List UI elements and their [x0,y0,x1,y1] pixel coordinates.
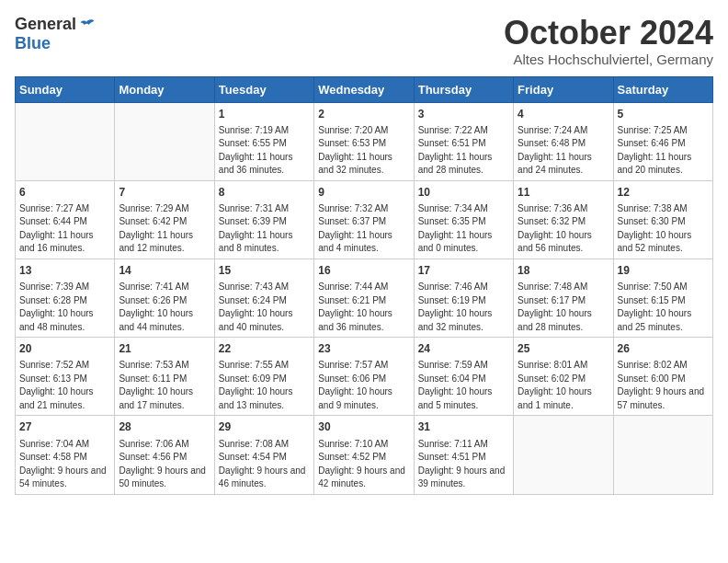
day-info: Sunrise: 7:53 AMSunset: 6:11 PMDaylight:… [119,360,193,410]
day-number: 16 [318,263,409,278]
day-info: Sunrise: 7:25 AMSunset: 6:46 PMDaylight:… [618,125,692,176]
day-cell: 19Sunrise: 7:50 AMSunset: 6:15 PMDayligh… [613,259,712,337]
col-sunday: Sunday [16,76,115,102]
subtitle: Altes Hochschulviertel, Germany [504,52,713,67]
day-info: Sunrise: 7:46 AMSunset: 6:19 PMDaylight:… [418,282,493,332]
day-info: Sunrise: 7:19 AMSunset: 6:55 PMDaylight:… [219,125,293,176]
day-number: 5 [618,107,709,121]
day-cell [16,102,115,180]
week-row-1: 1Sunrise: 7:19 AMSunset: 6:55 PMDaylight… [16,102,713,180]
day-cell: 17Sunrise: 7:46 AMSunset: 6:19 PMDayligh… [414,259,513,337]
day-info: Sunrise: 7:27 AMSunset: 6:44 PMDaylight:… [19,203,94,254]
day-cell [514,416,613,494]
day-number: 23 [318,341,409,356]
day-number: 20 [19,341,110,356]
day-info: Sunrise: 7:52 AMSunset: 6:13 PMDaylight:… [19,360,94,410]
day-info: Sunrise: 7:20 AMSunset: 6:53 PMDaylight:… [318,125,392,176]
day-cell: 24Sunrise: 7:59 AMSunset: 6:04 PMDayligh… [414,338,513,416]
day-cell: 25Sunrise: 8:01 AMSunset: 6:02 PMDayligh… [514,338,613,416]
day-cell: 8Sunrise: 7:31 AMSunset: 6:39 PMDaylight… [214,180,313,259]
day-number: 27 [19,419,110,434]
day-info: Sunrise: 7:39 AMSunset: 6:28 PMDaylight:… [19,282,94,332]
day-info: Sunrise: 7:43 AMSunset: 6:24 PMDaylight:… [219,282,293,332]
day-info: Sunrise: 7:11 AMSunset: 4:51 PMDaylight:… [418,439,506,489]
day-info: Sunrise: 7:34 AMSunset: 6:35 PMDaylight:… [418,203,493,254]
day-number: 21 [119,341,210,356]
logo-blue-text: Blue [15,34,51,53]
col-saturday: Saturday [613,76,712,102]
logo-bird-icon [78,16,97,34]
col-tuesday: Tuesday [214,76,313,102]
month-title: October 2024 [504,15,713,52]
day-number: 13 [19,263,110,278]
week-row-3: 13Sunrise: 7:39 AMSunset: 6:28 PMDayligh… [16,259,713,337]
day-number: 8 [219,185,310,200]
day-number: 2 [318,107,409,121]
week-row-2: 6Sunrise: 7:27 AMSunset: 6:44 PMDaylight… [16,180,713,259]
day-number: 12 [618,185,709,200]
day-cell [115,102,214,180]
day-cell: 5Sunrise: 7:25 AMSunset: 6:46 PMDaylight… [613,102,712,180]
day-info: Sunrise: 7:04 AMSunset: 4:58 PMDaylight:… [19,439,107,489]
day-cell: 22Sunrise: 7:55 AMSunset: 6:09 PMDayligh… [214,338,313,416]
calendar: Sunday Monday Tuesday Wednesday Thursday… [15,76,713,495]
day-number: 22 [219,341,310,356]
day-number: 7 [119,185,210,200]
day-cell: 27Sunrise: 7:04 AMSunset: 4:58 PMDayligh… [16,416,115,494]
day-info: Sunrise: 7:06 AMSunset: 4:56 PMDaylight:… [119,439,206,489]
day-number: 28 [119,419,210,434]
day-cell: 18Sunrise: 7:48 AMSunset: 6:17 PMDayligh… [514,259,613,337]
day-number: 29 [219,419,310,434]
day-number: 6 [19,185,110,200]
week-row-5: 27Sunrise: 7:04 AMSunset: 4:58 PMDayligh… [16,416,713,494]
day-cell: 13Sunrise: 7:39 AMSunset: 6:28 PMDayligh… [16,259,115,337]
day-number: 9 [318,185,409,200]
day-info: Sunrise: 7:22 AMSunset: 6:51 PMDaylight:… [418,125,493,176]
day-cell [613,416,712,494]
logo-general-text: General [15,15,76,34]
day-info: Sunrise: 7:08 AMSunset: 4:54 PMDaylight:… [219,439,306,489]
day-number: 19 [618,263,709,278]
week-row-4: 20Sunrise: 7:52 AMSunset: 6:13 PMDayligh… [16,338,713,416]
day-number: 31 [418,419,509,434]
day-number: 17 [418,263,509,278]
day-cell: 20Sunrise: 7:52 AMSunset: 6:13 PMDayligh… [16,338,115,416]
day-number: 15 [219,263,310,278]
day-info: Sunrise: 7:41 AMSunset: 6:26 PMDaylight:… [119,282,193,332]
page: General Blue October 2024 Altes Hochschu… [0,0,728,502]
day-cell: 16Sunrise: 7:44 AMSunset: 6:21 PMDayligh… [314,259,414,337]
day-cell: 2Sunrise: 7:20 AMSunset: 6:53 PMDaylight… [314,102,414,180]
day-info: Sunrise: 7:59 AMSunset: 6:04 PMDaylight:… [418,360,493,410]
col-thursday: Thursday [414,76,513,102]
day-info: Sunrise: 8:01 AMSunset: 6:02 PMDaylight:… [518,360,592,410]
logo: General Blue [15,15,97,53]
day-number: 24 [418,341,509,356]
day-info: Sunrise: 7:48 AMSunset: 6:17 PMDaylight:… [518,282,592,332]
day-cell: 30Sunrise: 7:10 AMSunset: 4:52 PMDayligh… [314,416,414,494]
day-number: 10 [418,185,509,200]
day-number: 4 [518,107,609,121]
day-cell: 31Sunrise: 7:11 AMSunset: 4:51 PMDayligh… [414,416,513,494]
day-info: Sunrise: 7:36 AMSunset: 6:32 PMDaylight:… [518,203,592,254]
day-info: Sunrise: 7:44 AMSunset: 6:21 PMDaylight:… [318,282,392,332]
day-cell: 23Sunrise: 7:57 AMSunset: 6:06 PMDayligh… [314,338,414,416]
day-cell: 21Sunrise: 7:53 AMSunset: 6:11 PMDayligh… [115,338,214,416]
day-number: 25 [518,341,609,356]
day-info: Sunrise: 8:02 AMSunset: 6:00 PMDaylight:… [618,360,705,410]
day-info: Sunrise: 7:31 AMSunset: 6:39 PMDaylight:… [219,203,293,254]
day-cell: 10Sunrise: 7:34 AMSunset: 6:35 PMDayligh… [414,180,513,259]
day-cell: 7Sunrise: 7:29 AMSunset: 6:42 PMDaylight… [115,180,214,259]
header-row: Sunday Monday Tuesday Wednesday Thursday… [16,76,713,102]
day-info: Sunrise: 7:10 AMSunset: 4:52 PMDaylight:… [318,439,405,489]
day-cell: 1Sunrise: 7:19 AMSunset: 6:55 PMDaylight… [214,102,313,180]
day-number: 30 [318,419,409,434]
day-number: 18 [518,263,609,278]
day-info: Sunrise: 7:57 AMSunset: 6:06 PMDaylight:… [318,360,392,410]
day-cell: 29Sunrise: 7:08 AMSunset: 4:54 PMDayligh… [214,416,313,494]
col-monday: Monday [115,76,214,102]
day-cell: 4Sunrise: 7:24 AMSunset: 6:48 PMDaylight… [514,102,613,180]
day-cell: 12Sunrise: 7:38 AMSunset: 6:30 PMDayligh… [613,180,712,259]
day-number: 26 [618,341,709,356]
col-wednesday: Wednesday [314,76,414,102]
day-cell: 14Sunrise: 7:41 AMSunset: 6:26 PMDayligh… [115,259,214,337]
